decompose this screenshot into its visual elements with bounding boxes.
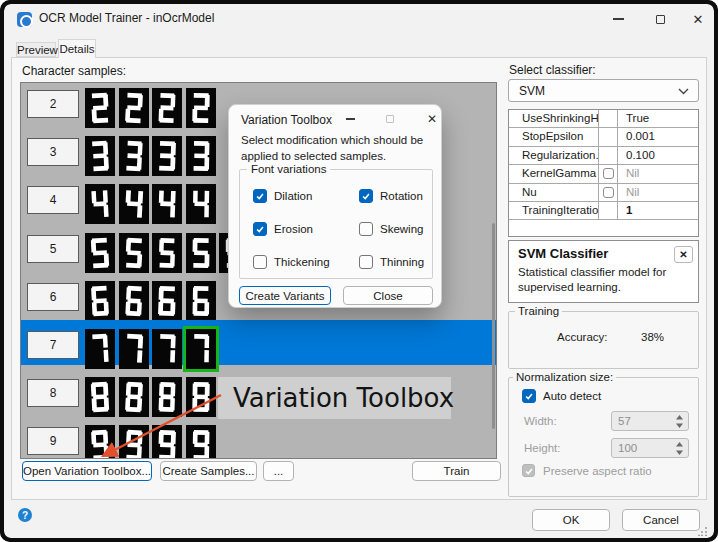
sample-tile-9-4[interactable] — [186, 425, 216, 459]
property-checkbox-cell[interactable] — [599, 184, 618, 202]
sample-tile-3-2[interactable] — [119, 136, 149, 176]
property-name: Nu — [509, 184, 599, 202]
sample-tile-8-3[interactable] — [152, 377, 182, 417]
property-value[interactable]: Nil — [618, 165, 698, 183]
property-row-useshrinkingh[interactable]: UseShrinkingH...True — [509, 110, 698, 128]
dialog-minimize-button[interactable] — [339, 109, 361, 129]
height-spinner[interactable]: 100 — [611, 438, 689, 458]
rotation-checkbox[interactable] — [359, 189, 373, 203]
sample-tile-3-4[interactable] — [186, 136, 216, 176]
property-row-regularization[interactable]: Regularization...0.100 — [509, 147, 698, 165]
sample-tile-3-1[interactable] — [85, 136, 115, 176]
property-row-kernelgamma[interactable]: KernelGammaNil — [509, 165, 698, 183]
thinning-checkbox[interactable] — [359, 255, 373, 269]
classifier-info-close-button[interactable]: ✕ — [674, 246, 693, 263]
nil-checkbox[interactable] — [603, 168, 614, 179]
minimize-button[interactable] — [604, 7, 632, 31]
spinner-arrows-icon[interactable] — [675, 414, 684, 429]
sample-tile-6-4[interactable] — [186, 281, 216, 321]
sample-tile-8-1[interactable] — [85, 377, 115, 417]
sample-row-button-4[interactable]: 4 — [27, 186, 79, 214]
sample-tile-8-4[interactable] — [186, 377, 216, 417]
property-value[interactable]: Nil — [618, 184, 698, 202]
sample-tile-5-3[interactable] — [152, 233, 182, 273]
dialog-close-button[interactable]: ✕ — [421, 109, 443, 129]
sample-tile-9-3[interactable] — [152, 425, 182, 459]
minimize-icon — [613, 18, 624, 20]
sample-tile-9-1[interactable] — [85, 425, 115, 459]
sample-tile-7-3[interactable] — [152, 329, 182, 369]
dialog-maximize-button[interactable] — [379, 109, 401, 129]
sample-tile-4-3[interactable] — [152, 184, 182, 224]
list-scrollbar-thumb[interactable] — [492, 223, 495, 429]
sample-row-button-3[interactable]: 3 — [27, 138, 79, 166]
sample-tile-6-3[interactable] — [152, 281, 182, 321]
property-value[interactable]: 1 — [618, 202, 698, 220]
dialog-close-action-button[interactable]: Close — [343, 286, 433, 305]
width-value: 57 — [618, 415, 631, 427]
close-button[interactable]: ✕ — [684, 7, 712, 31]
help-icon[interactable]: ? — [18, 508, 32, 522]
sample-tile-4-1[interactable] — [85, 184, 115, 224]
create-variants-button[interactable]: Create Variants — [239, 286, 331, 305]
sample-tile-3-3[interactable] — [152, 136, 182, 176]
tab-preview[interactable]: Preview — [16, 42, 56, 57]
nil-checkbox[interactable] — [603, 187, 614, 198]
train-button[interactable]: Train — [412, 461, 501, 481]
sample-tile-2-4[interactable] — [186, 88, 216, 128]
ocr-model-trainer-window: OCR Model Trainer - inOcrModel ✕ Preview… — [0, 0, 718, 542]
property-row-nu[interactable]: NuNil — [509, 184, 698, 202]
sample-tile-2-3[interactable] — [152, 88, 182, 128]
sample-row-button-7[interactable]: 7 — [27, 331, 79, 359]
training-group-label: Training — [515, 305, 562, 317]
sample-tile-2-2[interactable] — [119, 88, 149, 128]
normalization-groupbox — [508, 377, 699, 497]
property-row-trainingiteration[interactable]: TrainingIteration1 — [509, 202, 698, 220]
dilation-label: Dilation — [274, 190, 312, 202]
sample-tile-6-1[interactable] — [85, 281, 115, 321]
skewing-checkbox[interactable] — [359, 222, 373, 236]
property-checkbox-cell — [599, 147, 618, 165]
sample-tile-5-4[interactable] — [186, 233, 216, 273]
thickening-checkbox[interactable] — [253, 255, 267, 269]
resize-grip[interactable] — [698, 526, 708, 536]
sample-tile-2-1[interactable] — [85, 88, 115, 128]
sample-tile-4-2[interactable] — [119, 184, 149, 224]
sample-tile-7-1[interactable] — [85, 329, 115, 369]
open-variation-toolbox-button[interactable]: Open Variation Toolbox... — [22, 461, 152, 481]
sample-row-button-9[interactable]: 9 — [27, 427, 79, 455]
sample-tile-9-2[interactable] — [119, 425, 149, 459]
sample-tile-5-2[interactable] — [119, 233, 149, 273]
chevron-down-icon — [678, 88, 689, 95]
property-row-stopepsilon[interactable]: StopEpsilon0.001 — [509, 128, 698, 146]
sample-tile-4-4[interactable] — [186, 184, 216, 224]
erosion-checkbox[interactable] — [253, 222, 267, 236]
maximize-button[interactable] — [646, 7, 674, 31]
property-name: StopEpsilon — [509, 128, 599, 146]
cancel-button[interactable]: Cancel — [622, 509, 700, 531]
classifier-dropdown[interactable]: SVM — [508, 79, 699, 102]
create-samples-button[interactable]: Create Samples... — [160, 461, 257, 481]
close-icon: ✕ — [693, 12, 704, 27]
spinner-arrows-icon[interactable] — [675, 441, 684, 456]
sample-tile-5-1[interactable] — [85, 233, 115, 273]
sample-tile-8-2[interactable] — [119, 377, 149, 417]
ok-button[interactable]: OK — [532, 509, 610, 531]
property-value[interactable]: 0.001 — [618, 128, 698, 146]
more-options-button[interactable]: ... — [263, 461, 294, 481]
sample-row-button-2[interactable]: 2 — [27, 90, 79, 118]
sample-row-button-8[interactable]: 8 — [27, 379, 79, 407]
sample-row-button-6[interactable]: 6 — [27, 283, 79, 311]
sample-tile-7-4[interactable] — [186, 329, 216, 369]
sample-row-button-5[interactable]: 5 — [27, 235, 79, 263]
sample-tile-7-2[interactable] — [119, 329, 149, 369]
width-spinner[interactable]: 57 — [611, 411, 689, 431]
tab-details[interactable]: Details — [58, 39, 96, 58]
classifier-property-grid[interactable]: UseShrinkingH...TrueStopEpsilon0.001Regu… — [508, 109, 699, 237]
property-checkbox-cell[interactable] — [599, 165, 618, 183]
auto-detect-checkbox[interactable] — [522, 389, 536, 403]
property-value[interactable]: True — [618, 110, 698, 128]
sample-tile-6-2[interactable] — [119, 281, 149, 321]
property-value[interactable]: 0.100 — [618, 147, 698, 165]
dilation-checkbox[interactable] — [253, 189, 267, 203]
